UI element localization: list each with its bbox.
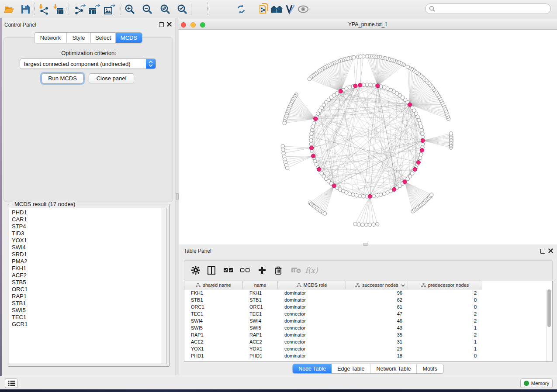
- mcds-hub-node[interactable]: [317, 167, 321, 171]
- network-node[interactable]: [420, 128, 424, 132]
- network-node[interactable]: [355, 194, 358, 197]
- export-image-button[interactable]: [102, 2, 116, 16]
- network-canvas[interactable]: [179, 30, 557, 244]
- tab-style[interactable]: Style: [67, 33, 91, 43]
- export-network-button[interactable]: [73, 2, 87, 16]
- refresh-view-button[interactable]: [234, 2, 248, 16]
- search-input[interactable]: [437, 5, 550, 12]
- network-node[interactable]: [376, 194, 379, 197]
- network-node[interactable]: [353, 222, 357, 226]
- table-row[interactable]: SWI4SWI4dominator462: [184, 317, 552, 324]
- column-header-successor-nodes[interactable]: successor nodes: [346, 281, 408, 289]
- network-node[interactable]: [372, 194, 376, 198]
- table-row[interactable]: RAP1RAP1dominator352: [184, 331, 552, 338]
- tab-node-table[interactable]: Node Table: [293, 364, 332, 373]
- mcds-hub-node[interactable]: [403, 180, 407, 184]
- save-session-button[interactable]: [18, 2, 32, 16]
- mcds-result-item[interactable]: ACE2: [12, 272, 28, 279]
- mcds-hub-node[interactable]: [314, 117, 318, 120]
- delete-table-button[interactable]: [290, 264, 303, 277]
- column-header-mcds-role[interactable]: MCDS role: [278, 281, 346, 289]
- network-node[interactable]: [361, 223, 364, 227]
- mcds-result-item[interactable]: CAR1: [12, 216, 28, 223]
- tab-mcds[interactable]: MCDS: [116, 33, 142, 43]
- network-node[interactable]: [308, 77, 311, 81]
- table-scrollbar[interactable]: [546, 289, 552, 362]
- mcds-result-item[interactable]: STB1: [12, 300, 28, 307]
- mcds-hub-node[interactable]: [420, 148, 424, 152]
- table-row[interactable]: YOX1YOX1connector291: [184, 345, 552, 352]
- table-settings-button[interactable]: [189, 264, 202, 277]
- network-node[interactable]: [365, 55, 369, 58]
- horizontal-splitter-handle[interactable]: [363, 243, 368, 246]
- mcds-result-item[interactable]: PHD1: [12, 209, 28, 216]
- mcds-hub-node[interactable]: [311, 154, 315, 158]
- network-node[interactable]: [379, 193, 383, 196]
- network-node[interactable]: [351, 193, 355, 196]
- network-node[interactable]: [382, 86, 386, 89]
- zoom-fit-button[interactable]: [158, 2, 172, 16]
- delete-column-button[interactable]: [272, 264, 285, 277]
- import-network-button[interactable]: [37, 2, 51, 16]
- network-node[interactable]: [283, 121, 286, 125]
- network-node[interactable]: [309, 135, 313, 139]
- network-node[interactable]: [310, 132, 313, 135]
- table-row[interactable]: ACE2ACE2connector311: [184, 338, 552, 345]
- table-panel-close-button[interactable]: [548, 248, 553, 253]
- table-row[interactable]: FKH1FKH1dominator962: [184, 289, 552, 296]
- mcds-result-item[interactable]: PMA2: [12, 258, 28, 265]
- table-scrollbar-thumb[interactable]: [547, 289, 551, 327]
- network-node[interactable]: [421, 132, 424, 135]
- mcds-result-scrollbar[interactable]: [161, 208, 166, 364]
- network-node[interactable]: [362, 195, 365, 198]
- mcds-hub-node[interactable]: [310, 146, 314, 150]
- mcds-hub-node[interactable]: [358, 83, 362, 87]
- network-node[interactable]: [359, 55, 362, 58]
- show-panels-menu-button[interactable]: [5, 378, 18, 388]
- mcds-result-item[interactable]: ORC1: [12, 286, 28, 293]
- network-node[interactable]: [419, 125, 423, 128]
- network-node[interactable]: [368, 223, 372, 227]
- network-node[interactable]: [282, 151, 285, 155]
- mcds-result-item[interactable]: RAP1: [12, 293, 28, 300]
- optimization-criterion-select[interactable]: largest connected component (undirected): [20, 58, 156, 69]
- mcds-hub-node[interactable]: [332, 184, 336, 188]
- mcds-result-item[interactable]: TEC1: [12, 314, 28, 321]
- network-node[interactable]: [369, 83, 372, 86]
- network-node[interactable]: [372, 223, 375, 226]
- mcds-result-item[interactable]: SWI5: [12, 307, 28, 314]
- tab-network-table[interactable]: Network Table: [371, 364, 417, 373]
- show-column-button[interactable]: [205, 264, 218, 277]
- network-node[interactable]: [285, 166, 289, 170]
- mcds-hub-node[interactable]: [368, 194, 372, 198]
- export-table-button[interactable]: [87, 2, 101, 16]
- network-node[interactable]: [311, 125, 315, 128]
- select-all-columns-button[interactable]: [222, 264, 235, 277]
- network-node[interactable]: [365, 83, 369, 86]
- network-node[interactable]: [312, 121, 315, 125]
- network-node[interactable]: [348, 192, 351, 196]
- function-builder-button[interactable]: f(x): [305, 264, 318, 277]
- search-box[interactable]: [425, 3, 551, 14]
- mcds-hub-node[interactable]: [416, 160, 420, 164]
- mcds-result-item[interactable]: STB5: [12, 279, 28, 286]
- table-row[interactable]: SWI5SWI5connector431: [184, 324, 552, 331]
- network-node[interactable]: [309, 142, 313, 146]
- network-node[interactable]: [419, 153, 423, 156]
- mcds-hub-node[interactable]: [339, 89, 343, 93]
- table-row[interactable]: TEC1TEC1connector472: [184, 310, 552, 317]
- mcds-hub-node[interactable]: [353, 84, 357, 88]
- mcds-hub-node[interactable]: [421, 138, 425, 142]
- mcds-result-item[interactable]: SRD1: [12, 251, 28, 258]
- zoom-selected-button[interactable]: [175, 2, 189, 16]
- network-node[interactable]: [449, 132, 453, 135]
- mcds-hub-node[interactable]: [392, 187, 396, 191]
- network-window-titlebar[interactable]: YPA_prune.txt_1: [179, 20, 557, 30]
- network-node[interactable]: [364, 223, 368, 227]
- network-node[interactable]: [281, 148, 285, 151]
- create-column-button[interactable]: [256, 264, 269, 277]
- column-header-name[interactable]: name: [243, 281, 278, 289]
- network-node[interactable]: [310, 128, 314, 132]
- mcds-result-item[interactable]: YOX1: [12, 237, 28, 244]
- network-node[interactable]: [419, 156, 422, 159]
